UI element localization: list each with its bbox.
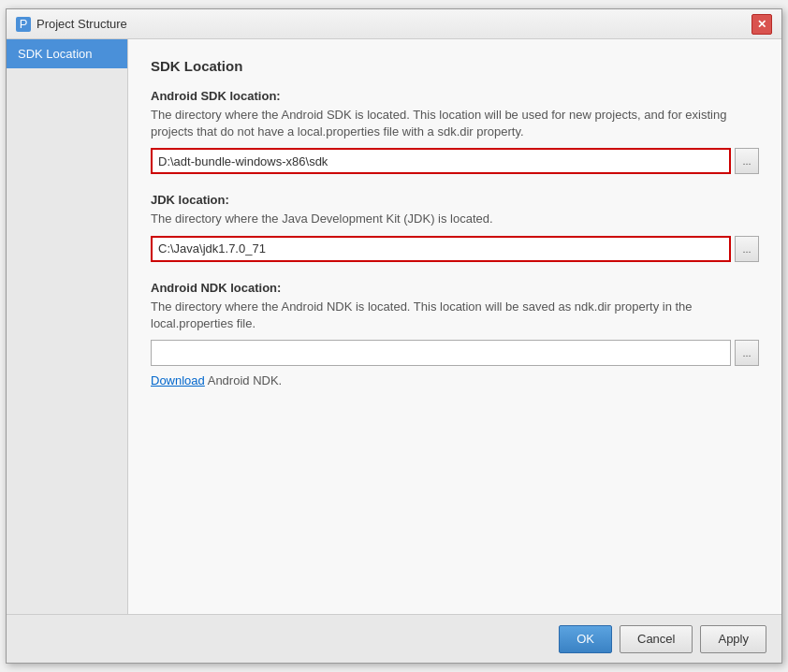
jdk-input[interactable]	[151, 236, 731, 262]
content-panel: SDK Location Android SDK location: The d…	[128, 39, 781, 614]
main-content: SDK Location SDK Location Android SDK lo…	[7, 39, 781, 614]
footer: OK Cancel Apply	[7, 614, 781, 663]
android-ndk-group: Android NDK location: The directory wher…	[151, 281, 759, 387]
android-sdk-group: Android SDK location: The directory wher…	[151, 89, 759, 174]
android-ndk-input[interactable]	[151, 340, 731, 366]
cancel-button[interactable]: Cancel	[620, 625, 693, 653]
android-ndk-description: The directory where the Android NDK is l…	[151, 299, 759, 332]
close-button[interactable]: ✕	[752, 14, 772, 35]
jdk-group: JDK location: The directory where the Ja…	[151, 193, 759, 261]
window-icon: P	[16, 17, 31, 32]
jdk-description: The directory where the Java Development…	[151, 211, 759, 227]
android-sdk-input-row: ...	[151, 148, 759, 174]
section-title: SDK Location	[151, 58, 759, 74]
android-ndk-browse-button[interactable]: ...	[735, 340, 759, 366]
android-sdk-label: Android SDK location:	[151, 89, 759, 103]
android-sdk-browse-button[interactable]: ...	[735, 148, 759, 174]
sidebar: SDK Location	[7, 39, 128, 614]
jdk-label: JDK location:	[151, 193, 759, 207]
android-sdk-description: The directory where the Android SDK is l…	[151, 107, 759, 140]
title-bar: P Project Structure ✕	[7, 9, 781, 39]
android-ndk-input-row: ...	[151, 340, 759, 366]
project-structure-dialog: P Project Structure ✕ SDK Location SDK L…	[6, 8, 782, 664]
ok-button[interactable]: OK	[559, 625, 612, 653]
jdk-input-row: ...	[151, 236, 759, 262]
android-sdk-input[interactable]	[151, 148, 731, 174]
sidebar-item-sdk-location[interactable]: SDK Location	[7, 39, 127, 68]
apply-button[interactable]: Apply	[700, 625, 766, 653]
download-row: Download Android NDK.	[151, 373, 759, 387]
android-ndk-label: Android NDK location:	[151, 281, 759, 295]
jdk-browse-button[interactable]: ...	[735, 236, 759, 262]
title-bar-left: P Project Structure	[16, 17, 127, 32]
window-title: Project Structure	[36, 17, 127, 31]
download-ndk-link[interactable]: Download	[151, 373, 205, 387]
download-ndk-suffix: Android NDK.	[205, 373, 282, 387]
